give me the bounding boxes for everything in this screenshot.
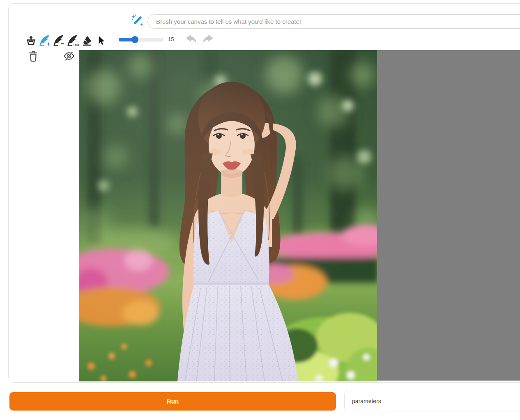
magic-wand-icon [130,14,145,28]
editor-toolbar: + − RGB [24,33,108,47]
brush-size-slider[interactable] [119,37,163,42]
image-editor-panel: + − RGB [8,3,520,383]
trash-icon [28,57,39,64]
canvas-empty-area [377,50,520,381]
editor-canvas [79,50,520,381]
upload-icon [25,35,37,46]
cursor-icon [95,35,106,46]
undo-button[interactable] [185,34,198,46]
brush-add-button[interactable]: + [38,34,51,47]
redo-button[interactable] [201,34,214,46]
canvas-image[interactable] [79,50,377,381]
brush-rgb-button[interactable]: RGB [66,34,79,47]
eraser-icon [81,34,93,46]
brush-subtract-button[interactable]: − [52,34,65,47]
brush-rgb-icon: RGB [67,34,79,46]
slider-thumb[interactable] [131,36,138,43]
brush-subtract-icon: − [53,34,65,46]
upload-image-button[interactable] [24,34,37,47]
prompt-input[interactable] [147,14,520,29]
brush-subtract-glyph: − [61,41,64,46]
brush-add-icon: + [39,34,51,46]
parameters-label: parameters [352,398,381,404]
brush-size-value: 15 [168,36,174,42]
brush-add-glyph: + [47,41,50,46]
undo-icon [185,40,198,46]
select-cursor-button[interactable] [94,34,107,47]
clear-canvas-button[interactable] [28,50,39,64]
eye-off-icon [63,57,75,63]
eraser-button[interactable] [80,34,93,47]
toggle-layer-visibility-button[interactable] [63,50,75,63]
parameters-accordion[interactable]: parameters [344,391,520,411]
run-button[interactable]: Run [9,392,336,411]
brush-rgb-glyph: RGB [74,43,79,46]
redo-icon [201,40,214,46]
